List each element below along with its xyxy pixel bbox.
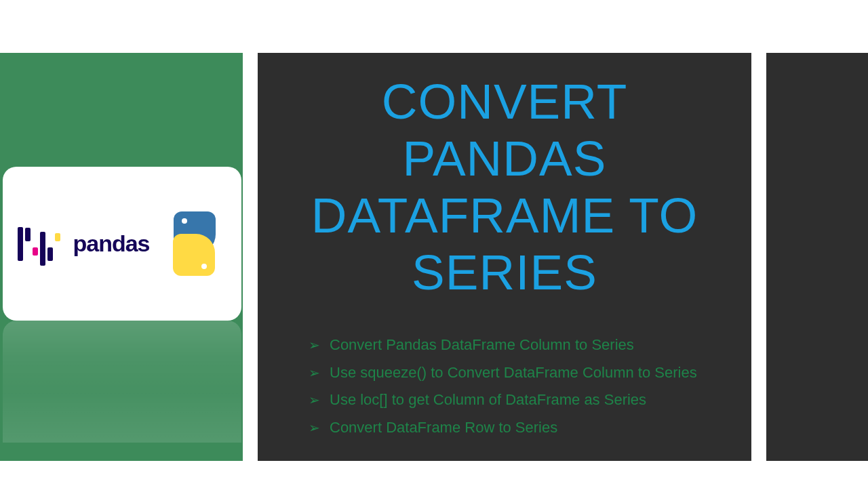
list-item: ➢ Convert DataFrame Row to Series [309,418,724,439]
bullet-text: Use squeeze() to Convert DataFrame Colum… [330,363,697,384]
bullet-text: Convert DataFrame Row to Series [330,418,557,439]
title-line-1: CONVERT PANDAS [382,74,628,186]
pandas-text-label: pandas [73,230,149,257]
bullet-text: Use loc[] to get Column of DataFrame as … [330,390,646,411]
pandas-logo: pandas [18,211,226,276]
chevron-right-icon: ➢ [309,335,320,355]
bullet-text: Convert Pandas DataFrame Column to Serie… [330,335,634,356]
slide-title: CONVERT PANDAS DATAFRAME TO SERIES [285,73,724,301]
slide-container: pandas CONVERT PANDAS DATAFRAME TO SERIE… [0,53,868,461]
title-line-2: DATAFRAME TO SERIES [311,188,698,300]
left-green-panel: pandas [0,53,243,461]
main-content-panel: CONVERT PANDAS DATAFRAME TO SERIES ➢ Con… [258,53,751,461]
chevron-right-icon: ➢ [309,390,320,410]
pandas-bars-icon [18,222,60,266]
chevron-right-icon: ➢ [309,418,320,438]
python-logo-icon [162,211,226,276]
bullet-list: ➢ Convert Pandas DataFrame Column to Ser… [285,335,724,439]
logo-reflection [3,321,241,443]
list-item: ➢ Use loc[] to get Column of DataFrame a… [309,390,724,411]
list-item: ➢ Convert Pandas DataFrame Column to Ser… [309,335,724,356]
list-item: ➢ Use squeeze() to Convert DataFrame Col… [309,363,724,384]
chevron-right-icon: ➢ [309,363,320,383]
right-dark-strip [766,53,868,461]
logo-card: pandas [3,167,241,321]
